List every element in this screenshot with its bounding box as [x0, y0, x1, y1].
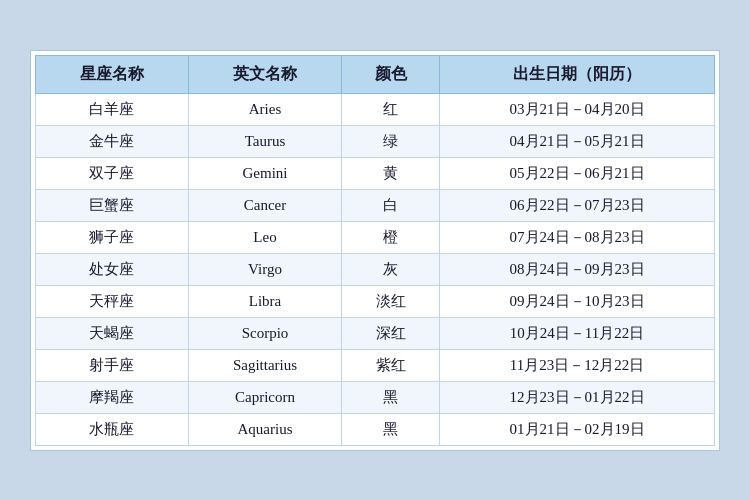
cell-3-3: 06月22日－07月23日 — [440, 189, 715, 221]
cell-7-2: 深红 — [342, 317, 440, 349]
cell-0-0: 白羊座 — [36, 93, 189, 125]
cell-2-0: 双子座 — [36, 157, 189, 189]
cell-1-3: 04月21日－05月21日 — [440, 125, 715, 157]
table-row: 射手座Sagittarius紫红11月23日－12月22日 — [36, 349, 715, 381]
cell-2-2: 黄 — [342, 157, 440, 189]
table-row: 白羊座Aries红03月21日－04月20日 — [36, 93, 715, 125]
table-body: 白羊座Aries红03月21日－04月20日金牛座Taurus绿04月21日－0… — [36, 93, 715, 445]
table-row: 狮子座Leo橙07月24日－08月23日 — [36, 221, 715, 253]
cell-9-3: 12月23日－01月22日 — [440, 381, 715, 413]
cell-10-0: 水瓶座 — [36, 413, 189, 445]
cell-1-1: Taurus — [188, 125, 341, 157]
cell-0-3: 03月21日－04月20日 — [440, 93, 715, 125]
cell-6-3: 09月24日－10月23日 — [440, 285, 715, 317]
table-row: 天秤座Libra淡红09月24日－10月23日 — [36, 285, 715, 317]
cell-9-2: 黑 — [342, 381, 440, 413]
cell-7-3: 10月24日－11月22日 — [440, 317, 715, 349]
cell-10-1: Aquarius — [188, 413, 341, 445]
cell-7-0: 天蝎座 — [36, 317, 189, 349]
table-row: 处女座Virgo灰08月24日－09月23日 — [36, 253, 715, 285]
cell-6-0: 天秤座 — [36, 285, 189, 317]
cell-1-2: 绿 — [342, 125, 440, 157]
header-row: 星座名称英文名称颜色出生日期（阳历） — [36, 55, 715, 93]
cell-0-1: Aries — [188, 93, 341, 125]
cell-6-1: Libra — [188, 285, 341, 317]
cell-3-2: 白 — [342, 189, 440, 221]
cell-9-0: 摩羯座 — [36, 381, 189, 413]
cell-7-1: Scorpio — [188, 317, 341, 349]
header-col-0: 星座名称 — [36, 55, 189, 93]
zodiac-table-wrapper: 星座名称英文名称颜色出生日期（阳历） 白羊座Aries红03月21日－04月20… — [30, 50, 720, 451]
cell-3-1: Cancer — [188, 189, 341, 221]
cell-8-0: 射手座 — [36, 349, 189, 381]
cell-9-1: Capricorn — [188, 381, 341, 413]
zodiac-table: 星座名称英文名称颜色出生日期（阳历） 白羊座Aries红03月21日－04月20… — [35, 55, 715, 446]
table-row: 金牛座Taurus绿04月21日－05月21日 — [36, 125, 715, 157]
cell-8-1: Sagittarius — [188, 349, 341, 381]
cell-5-1: Virgo — [188, 253, 341, 285]
table-row: 双子座Gemini黄05月22日－06月21日 — [36, 157, 715, 189]
table-header: 星座名称英文名称颜色出生日期（阳历） — [36, 55, 715, 93]
cell-4-1: Leo — [188, 221, 341, 253]
cell-4-3: 07月24日－08月23日 — [440, 221, 715, 253]
cell-2-3: 05月22日－06月21日 — [440, 157, 715, 189]
cell-4-0: 狮子座 — [36, 221, 189, 253]
cell-2-1: Gemini — [188, 157, 341, 189]
cell-4-2: 橙 — [342, 221, 440, 253]
cell-8-3: 11月23日－12月22日 — [440, 349, 715, 381]
cell-5-0: 处女座 — [36, 253, 189, 285]
header-col-1: 英文名称 — [188, 55, 341, 93]
cell-10-2: 黑 — [342, 413, 440, 445]
cell-0-2: 红 — [342, 93, 440, 125]
cell-5-2: 灰 — [342, 253, 440, 285]
header-col-3: 出生日期（阳历） — [440, 55, 715, 93]
cell-1-0: 金牛座 — [36, 125, 189, 157]
cell-6-2: 淡红 — [342, 285, 440, 317]
table-row: 天蝎座Scorpio深红10月24日－11月22日 — [36, 317, 715, 349]
table-row: 巨蟹座Cancer白06月22日－07月23日 — [36, 189, 715, 221]
cell-5-3: 08月24日－09月23日 — [440, 253, 715, 285]
cell-3-0: 巨蟹座 — [36, 189, 189, 221]
table-row: 水瓶座Aquarius黑01月21日－02月19日 — [36, 413, 715, 445]
cell-10-3: 01月21日－02月19日 — [440, 413, 715, 445]
cell-8-2: 紫红 — [342, 349, 440, 381]
header-col-2: 颜色 — [342, 55, 440, 93]
table-row: 摩羯座Capricorn黑12月23日－01月22日 — [36, 381, 715, 413]
